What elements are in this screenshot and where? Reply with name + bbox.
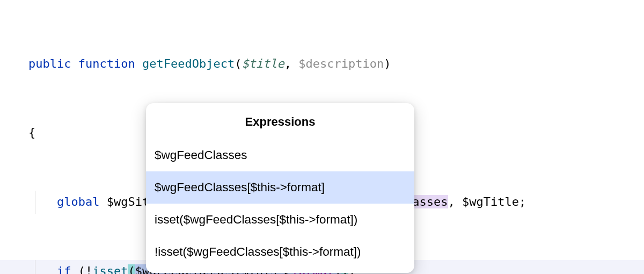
keyword-function: function — [78, 57, 135, 70]
expression-option[interactable]: $wgFeedClasses — [146, 139, 414, 171]
paren-open: ( — [235, 57, 241, 70]
expression-option[interactable]: isset($wgFeedClasses[$this->format]) — [146, 204, 414, 236]
function-name: getFeedObject — [142, 57, 235, 70]
var-wgtitle: $wgTitle — [462, 195, 519, 208]
keyword-if: if — [57, 264, 71, 274]
param-description: $description — [298, 57, 384, 70]
expression-option-selected[interactable]: $wgFeedClasses[$this->format] — [146, 171, 414, 204]
popup-title: Expressions — [146, 103, 414, 139]
fn-isset: isset — [92, 264, 128, 274]
param-title: $title — [241, 57, 284, 70]
comma: , — [284, 57, 299, 70]
expressions-popup: Expressions $wgFeedClasses $wgFeedClasse… — [146, 103, 414, 273]
popup-list: $wgFeedClasses $wgFeedClasses[$this->for… — [146, 139, 414, 273]
keyword-public: public — [28, 57, 71, 70]
brace-open: { — [28, 126, 35, 139]
paren-close: ) — [384, 57, 391, 70]
expression-option[interactable]: !isset($wgFeedClasses[$this->format]) — [146, 236, 414, 268]
code-line[interactable]: public function getFeedObject($title, $d… — [0, 53, 644, 76]
keyword-global: global — [57, 195, 99, 208]
